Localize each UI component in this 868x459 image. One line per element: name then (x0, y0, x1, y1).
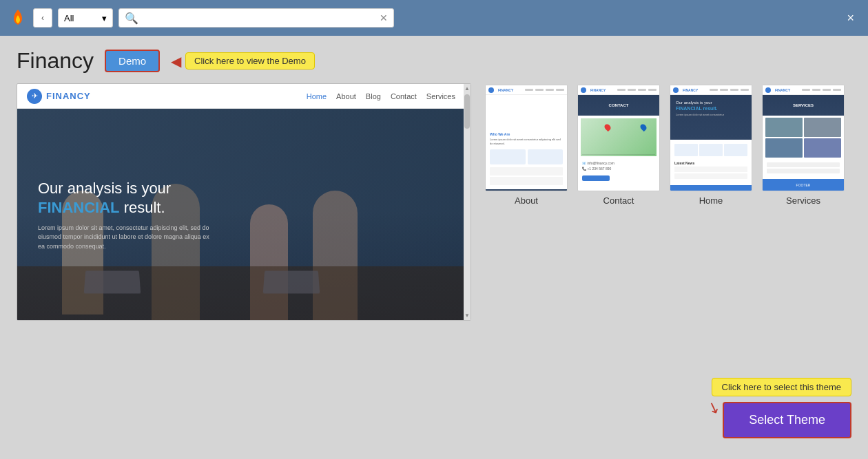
nav-link-contact[interactable]: Contact (391, 92, 417, 100)
thumb-label-about: About (515, 195, 538, 206)
preview-panel: ✈ FINANCY Home About Blog Contact Servic… (17, 83, 471, 321)
financy-nav-links: Home About Blog Contact Services (307, 92, 455, 100)
select-arrow-icon: ↘ (705, 398, 723, 419)
search-icon: 🔍 (125, 12, 138, 25)
demo-callout-bubble: Click here to view the Demo (185, 52, 315, 70)
theme-name: Financy (17, 48, 94, 74)
dropdown-arrow-icon: ▾ (102, 13, 107, 23)
thumb-label-contact: Contact (603, 195, 634, 206)
thumb-img-contact: FINANCY CONTACT (577, 85, 660, 191)
financy-logo-icon: ✈ (27, 89, 42, 104)
hero-sub: Lorem ipsum dolor sit amet, consectetur … (38, 224, 217, 252)
preview-row: ✈ FINANCY Home About Blog Contact Servic… (17, 83, 851, 321)
preview-inner: ✈ FINANCY Home About Blog Contact Servic… (17, 84, 465, 321)
thumb-img-services: FINANCY SERVICES (762, 85, 845, 191)
top-close-button[interactable]: × (841, 8, 860, 28)
financy-logo-text: FINANCY (46, 91, 91, 101)
nav-link-about[interactable]: About (336, 92, 356, 100)
demo-callout: ◀ Click here to view the Demo (171, 52, 315, 70)
thumbnail-about[interactable]: FINANCY ABOUT US Who We Are Lorem (485, 85, 568, 206)
bottom-area: Click here to select this theme ↘ Select… (707, 378, 851, 438)
select-callout-row: Click here to select this theme (712, 378, 851, 396)
financy-logo: ✈ FINANCY (27, 89, 91, 104)
preview-scrollbar[interactable]: ▲ ▼ (464, 84, 471, 320)
nav-link-services[interactable]: Services (426, 92, 455, 100)
demo-button[interactable]: Demo (105, 50, 160, 72)
main-content: Financy Demo ◀ Click here to view the De… (0, 36, 868, 333)
select-callout-bubble: Click here to select this theme (712, 378, 851, 396)
search-clear-icon[interactable]: ✕ (380, 12, 388, 23)
hero-heading-line1: Our analysis is your (38, 180, 171, 197)
flame-icon (8, 8, 28, 28)
thumbnail-contact[interactable]: FINANCY CONTACT (577, 85, 660, 206)
category-dropdown[interactable]: All ▾ (58, 8, 113, 28)
theme-title-row: Financy Demo ◀ Click here to view the De… (17, 48, 851, 74)
chevron-left-icon: ‹ (41, 13, 44, 23)
thumb-img-home: FINANCY Our analysis is your FINANCIAL r… (670, 85, 752, 191)
hero-heading-accent: FINANCIAL (38, 199, 120, 216)
search-input[interactable] (143, 13, 375, 23)
financy-hero: Our analysis is your FINANCIAL result. L… (17, 109, 465, 321)
thumbnail-home[interactable]: FINANCY Our analysis is your FINANCIAL r… (670, 85, 752, 206)
top-bar: ‹ All ▾ 🔍 ✕ × (0, 0, 868, 36)
thumbnail-services[interactable]: FINANCY SERVICES (762, 85, 845, 206)
search-bar: 🔍 ✕ (118, 8, 394, 28)
hero-heading-line2: result. (124, 199, 165, 216)
select-theme-button[interactable]: Select Theme (723, 402, 851, 438)
financy-nav: ✈ FINANCY Home About Blog Contact Servic… (17, 84, 465, 109)
hero-heading: Our analysis is your FINANCIAL result. (38, 179, 217, 218)
category-label: All (64, 13, 74, 23)
back-button[interactable]: ‹ (33, 8, 52, 28)
nav-link-home[interactable]: Home (307, 92, 327, 100)
thumb-label-services: Services (786, 195, 820, 206)
thumb-img-about: FINANCY ABOUT US Who We Are Lorem (485, 85, 568, 191)
hero-text: Our analysis is your FINANCIAL result. L… (38, 179, 217, 252)
nav-link-blog[interactable]: Blog (366, 92, 381, 100)
arrow-right-icon: ◀ (171, 53, 181, 70)
thumb-label-home: Home (699, 195, 723, 206)
thumbnails-panel: FINANCY ABOUT US Who We Are Lorem (485, 83, 845, 206)
